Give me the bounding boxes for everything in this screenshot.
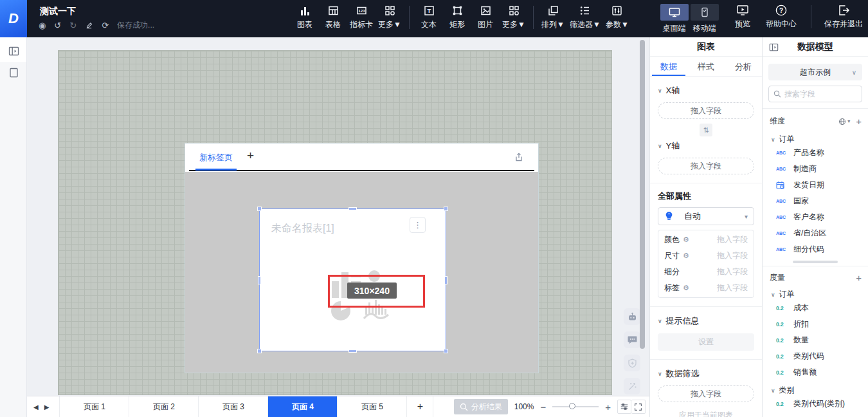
measure-field[interactable]: 0.2 类别代码(类别) — [763, 396, 868, 412]
prop-row-color[interactable]: 颜色 ⚙ 拖入字段 — [664, 232, 748, 248]
dimension-field[interactable]: ABC 产品名称 — [763, 145, 868, 161]
gear-icon[interactable]: ⚙ — [683, 252, 689, 260]
measure-group-category[interactable]: ∨ 类别 — [763, 380, 868, 396]
insert-rectangle-button[interactable]: 矩形 — [446, 5, 469, 30]
save-exit-button[interactable]: 保存并退出 — [824, 4, 863, 30]
zoom-slider-knob[interactable] — [569, 403, 575, 409]
zoom-in-button[interactable]: + — [605, 402, 611, 412]
tab-style[interactable]: 样式 — [687, 57, 725, 76]
data-filter-section[interactable]: ∨ 数据筛选 — [650, 360, 762, 380]
design-canvas[interactable]: 新标签页 + 未命名报表[1] ⋮ — [27, 37, 649, 396]
page-panel-icon[interactable] — [5, 64, 22, 81]
redo-icon[interactable]: ↻ — [69, 21, 77, 30]
resize-handle[interactable] — [257, 207, 262, 211]
arrange-button[interactable]: 排列▼ — [541, 5, 565, 30]
canvas-adjust-button[interactable] — [617, 400, 631, 414]
resize-handle[interactable] — [444, 349, 448, 353]
gear-icon[interactable]: ⚙ — [683, 236, 689, 244]
insert-more-button[interactable]: 更多▼ — [378, 5, 401, 30]
insert-image-button[interactable]: 图片 — [474, 5, 497, 30]
canvas-scrollbar[interactable] — [640, 40, 645, 349]
y-axis-section[interactable]: ∨ Y轴 — [650, 136, 762, 152]
ai-assistant-button[interactable] — [624, 308, 640, 325]
measure-group-orders[interactable]: ∨ 订单 — [763, 283, 868, 300]
search-input[interactable] — [784, 89, 857, 98]
magic-wand-button[interactable] — [624, 378, 640, 394]
dimension-field[interactable]: ABC 国家 — [763, 193, 868, 209]
page-tab-3[interactable]: 页面 3 — [198, 396, 267, 417]
add-measure-icon[interactable]: + — [856, 272, 862, 283]
measure-field[interactable]: 0.2 成本 — [763, 300, 868, 316]
app-logo[interactable]: D — [0, 0, 27, 37]
format-brush-icon[interactable] — [85, 21, 93, 30]
window-tab-new[interactable]: 新标签页 — [199, 152, 233, 163]
filter-drop-zone[interactable]: 拖入字段 — [658, 385, 754, 402]
page-tab-2[interactable]: 页面 2 — [129, 396, 198, 417]
resize-handle[interactable] — [258, 276, 261, 284]
dashboard-body[interactable]: 未命名报表[1] ⋮ — [185, 172, 538, 373]
horizontal-scroll-hint[interactable] — [793, 261, 838, 263]
insert-chart-button[interactable]: 图表 — [293, 5, 316, 30]
parameter-button[interactable]: 参数▼ — [606, 5, 629, 30]
shield-add-button[interactable] — [624, 355, 640, 371]
gear-icon[interactable]: ⚙ — [683, 284, 689, 292]
resize-handle[interactable] — [348, 207, 357, 210]
swap-axes-button[interactable]: ⇅ — [700, 124, 712, 136]
analysis-result-button[interactable]: 分析结果 — [454, 399, 508, 414]
dimension-field[interactable]: ABC 省/自治区 — [763, 225, 868, 241]
add-dimension-icon[interactable]: + — [856, 116, 862, 127]
page-tab-5[interactable]: 页面 5 — [337, 396, 406, 417]
insert-kpi-card-button[interactable]: 123 指标卡 — [350, 5, 373, 30]
page-tab-1[interactable]: 页面 1 — [59, 396, 129, 417]
add-window-tab-button[interactable]: + — [247, 149, 254, 163]
page-prev-icon[interactable]: ◀ — [33, 403, 39, 411]
expand-panel-icon[interactable] — [5, 42, 22, 59]
page-tab-4-active[interactable]: 页面 4 — [267, 396, 337, 417]
help-center-button[interactable]: ? 帮助中心 — [766, 4, 797, 30]
fullscreen-button[interactable] — [631, 400, 646, 414]
dimension-field[interactable]: 发货日期 — [763, 177, 868, 193]
resize-handle[interactable] — [444, 207, 448, 211]
tab-data[interactable]: 数据 — [650, 57, 687, 76]
export-icon[interactable] — [514, 152, 524, 162]
insert-table-button[interactable]: 表格 — [321, 5, 345, 30]
zoom-slider[interactable] — [552, 406, 599, 407]
y-axis-drop-zone[interactable]: 拖入字段 — [658, 158, 754, 174]
dataset-select[interactable]: 超市示例 ∨ — [768, 64, 862, 80]
measure-field[interactable]: 0.2 销售额 — [763, 364, 868, 380]
device-mobile-toggle[interactable]: 移动端 — [689, 4, 719, 34]
dimension-field[interactable]: ABC 细分代码 — [763, 241, 868, 257]
preview-button[interactable]: 预览 — [735, 4, 750, 30]
comment-button[interactable] — [624, 331, 640, 348]
resize-handle[interactable] — [444, 276, 448, 284]
tooltip-section[interactable]: ∨ 提示信息 — [650, 307, 762, 327]
resize-handle[interactable] — [257, 349, 262, 353]
undo-icon[interactable]: ↺ — [54, 21, 61, 30]
x-axis-drop-zone[interactable]: 拖入字段 — [658, 102, 754, 119]
filter-button[interactable]: 筛选器▼ — [570, 5, 601, 30]
chart-type-select[interactable]: 自动 ▾ — [658, 207, 754, 225]
tooltip-settings-button[interactable]: 设置 — [658, 333, 754, 351]
x-axis-section[interactable]: ∨ X轴 — [650, 77, 762, 97]
zoom-out-button[interactable]: − — [540, 402, 546, 412]
dimension-field[interactable]: ABC 客户名称 — [763, 209, 868, 225]
page-next-icon[interactable]: ▶ — [44, 403, 50, 411]
insert-text-button[interactable]: T 文本 — [417, 5, 440, 30]
collapse-panel-icon[interactable] — [769, 42, 779, 52]
dimension-group-orders[interactable]: ∨ 订单 — [763, 127, 868, 145]
globe-icon[interactable]: ▾ — [838, 118, 850, 125]
prop-row-size[interactable]: 尺寸 ⚙ 拖入字段 — [664, 248, 748, 264]
add-page-button[interactable]: + — [406, 396, 433, 417]
measure-field[interactable]: 0.2 折扣 — [763, 316, 868, 332]
resize-handle[interactable] — [348, 349, 357, 353]
chart-card-selected[interactable]: 未命名报表[1] ⋮ — [260, 209, 446, 351]
card-menu-button[interactable]: ⋮ — [410, 217, 426, 233]
measure-field[interactable]: 0.2 类别代码 — [763, 348, 868, 364]
prop-row-label[interactable]: 标签 ⚙ 拖入字段 — [664, 280, 748, 296]
prop-row-subdivide[interactable]: 细分 拖入字段 — [664, 264, 748, 280]
refresh-icon[interactable]: ⟳ — [102, 21, 109, 30]
tab-analysis[interactable]: 分析 — [725, 57, 762, 76]
dimension-field[interactable]: ABC 制造商 — [763, 161, 868, 177]
play-icon[interactable]: ◉ — [39, 21, 46, 30]
device-desktop-toggle[interactable]: 桌面端 — [659, 4, 689, 34]
